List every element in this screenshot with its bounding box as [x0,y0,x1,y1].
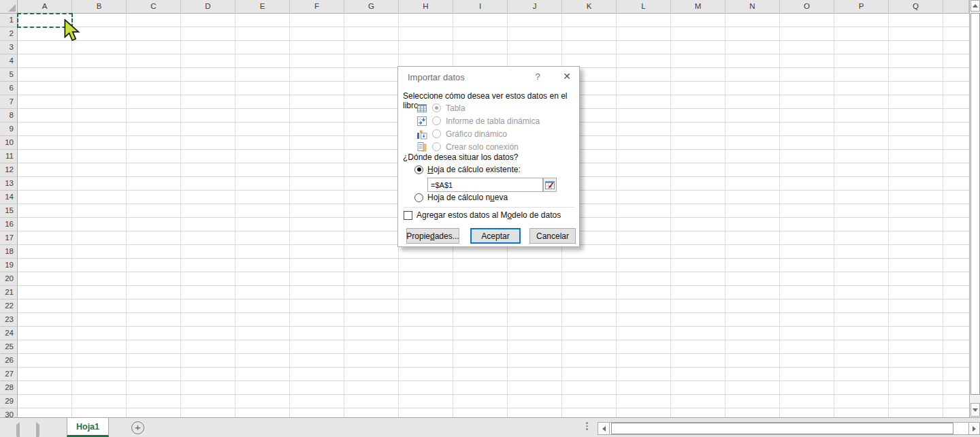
column-header-C[interactable]: C [127,0,181,14]
properties-button[interactable]: Propiedades... [406,228,459,244]
vertical-scrollbar[interactable] [969,0,980,417]
add-sheet-button[interactable]: + [131,421,144,434]
help-icon[interactable]: ? [533,71,542,82]
row-header-27[interactable]: 27 [0,368,18,381]
row-header-29[interactable]: 29 [0,395,18,408]
import-data-dialog: Importar datos ? ✕ Seleccione cómo desea… [397,66,580,247]
column-header-D[interactable]: D [181,0,235,14]
horizontal-scrollbar-thumb[interactable] [611,423,953,434]
column-header-Q[interactable]: Q [889,0,943,14]
row-header-4[interactable]: 4 [0,54,18,68]
column-header-H[interactable]: H [399,0,453,14]
option-row-crear-solo-conexion[interactable]: Crear solo conexión [416,140,519,153]
radio-informe-tabla-dinamica[interactable] [432,116,441,125]
column-header-B[interactable]: B [72,0,127,14]
dialog-titlebar[interactable]: Importar datos ? ✕ [398,67,579,87]
ok-button[interactable]: Aceptar [470,228,521,244]
checkbox-modelo-datos-label: Agregar estos datos al Modelo de datos [416,210,561,220]
scroll-right-button[interactable] [968,423,979,434]
select-all-corner[interactable] [0,0,18,14]
option-row-tabla[interactable]: Tabla [416,101,466,114]
column-header-J[interactable]: J [508,0,562,14]
dialog-title: Importar datos [408,72,465,82]
row-header-1[interactable]: 1 [0,14,18,27]
column-header-O[interactable]: O [780,0,834,14]
radio-grafico-dinamico[interactable] [432,129,441,138]
existing-sheet-row[interactable]: Hoja de cálculo existente: [414,165,521,174]
column-header-A[interactable]: A [18,0,72,14]
row-header-24[interactable]: 24 [0,327,18,340]
next-sheet-button[interactable] [36,425,39,437]
row-header-16[interactable]: 16 [0,218,18,231]
row-header-10[interactable]: 10 [0,136,18,150]
scroll-up-button[interactable] [970,0,980,12]
column-header-I[interactable]: I [453,0,508,14]
row-header-8[interactable]: 8 [0,109,18,123]
column-header-K[interactable]: K [562,0,617,14]
row-header-11[interactable]: 11 [0,150,18,163]
scroll-down-icon [973,408,978,412]
row-header-3[interactable]: 3 [0,41,18,54]
radio-hoja-existente-label: Hoja de cálculo existente: [427,165,521,174]
connection-icon [416,142,427,152]
radio-hoja-nueva[interactable] [414,193,423,202]
row-header-20[interactable]: 20 [0,272,18,286]
row-header-5[interactable]: 5 [0,68,18,82]
radio-informe-label: Informe de tabla dinámica [446,116,540,126]
row-header-2[interactable]: 2 [0,27,18,41]
close-icon[interactable]: ✕ [561,71,573,82]
radio-hoja-nueva-label: Hoja de cálculo nueva [427,193,508,202]
new-sheet-row[interactable]: Hoja de cálculo nueva [414,193,508,202]
row-header-17[interactable]: 17 [0,231,18,245]
row-header-18[interactable]: 18 [0,245,18,259]
radio-grafico-label: Gráfico dinámico [446,129,507,139]
column-header-E[interactable]: E [235,0,290,14]
radio-hoja-existente[interactable] [414,165,423,174]
scroll-down-button[interactable] [970,403,980,417]
column-header-G[interactable]: G [344,0,399,14]
row-header-7[interactable]: 7 [0,95,18,109]
column-header-N[interactable]: N [725,0,780,14]
row-header-14[interactable]: 14 [0,191,18,204]
column-header-M[interactable]: M [671,0,725,14]
row-header-23[interactable]: 23 [0,313,18,327]
cell-reference-input[interactable] [427,178,543,192]
radio-conexion-label: Crear solo conexión [446,142,519,152]
radio-crear-solo-conexion[interactable] [432,142,441,151]
row-header-26[interactable]: 26 [0,354,18,368]
column-header-P[interactable]: P [834,0,889,14]
row-header-28[interactable]: 28 [0,381,18,395]
sheet-tab-hoja1[interactable]: Hoja1 [67,418,109,437]
column-headers: ABCDEFGHIJKLMNOPQ [18,0,969,14]
option-row-informe-tabla-dinamica[interactable]: Informe de tabla dinámica [416,114,540,127]
checkbox-modelo-datos[interactable] [404,211,412,220]
radio-tabla-label: Tabla [446,103,466,113]
option-row-grafico-dinamico[interactable]: Gráfico dinámico [416,127,507,140]
row-header-13[interactable]: 13 [0,177,18,191]
placement-question-text: ¿Dónde desea situar los datos? [403,152,518,162]
scroll-right-icon [973,426,976,432]
radio-tabla[interactable] [432,103,441,112]
column-header-partial[interactable] [943,0,969,14]
column-header-F[interactable]: F [290,0,344,14]
row-header-15[interactable]: 15 [0,204,18,218]
scroll-up-icon [973,4,978,7]
cancel-button[interactable]: Cancelar [529,228,576,244]
pivottable-icon [416,116,427,127]
data-model-row[interactable]: Agregar estos datos al Modelo de datos [404,210,561,220]
row-header-12[interactable]: 12 [0,163,18,177]
horizontal-scrollbar[interactable] [598,422,980,435]
collapse-dialog-button[interactable] [543,178,557,192]
mouse-cursor-icon [64,19,82,44]
tab-bar-resize-handle[interactable] [586,422,588,430]
prev-sheet-button[interactable] [16,425,20,437]
scroll-left-button[interactable] [598,423,610,434]
row-header-9[interactable]: 9 [0,123,18,136]
row-header-22[interactable]: 22 [0,300,18,313]
vertical-scrollbar-thumb[interactable] [970,13,980,395]
row-header-6[interactable]: 6 [0,82,18,95]
row-header-25[interactable]: 25 [0,340,18,354]
column-header-L[interactable]: L [617,0,671,14]
row-header-21[interactable]: 21 [0,286,18,300]
row-header-19[interactable]: 19 [0,259,18,272]
